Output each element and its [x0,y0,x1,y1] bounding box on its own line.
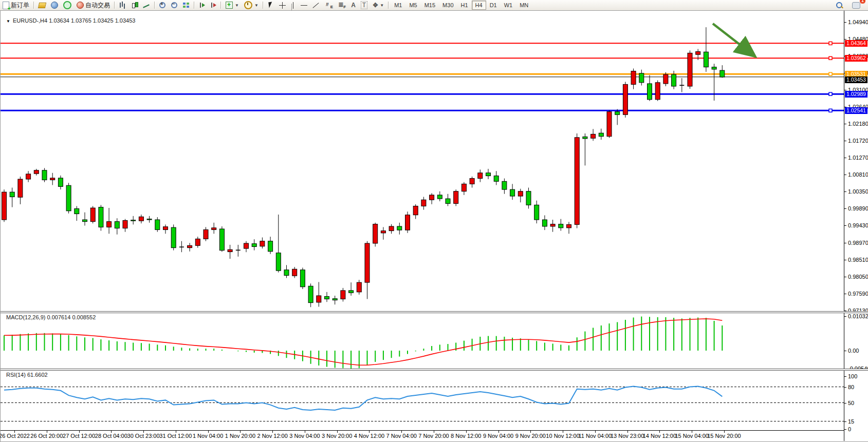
candle-21[interactable] [171,224,176,250]
candle-68[interactable] [550,220,555,232]
notifications-button[interactable]: 1 [849,1,863,10]
candle-52[interactable] [421,197,426,209]
price-chart-pane[interactable]: ▼EURUSD-,H4 1.03634 1.03765 1.03425 1.03… [1,13,844,311]
time-axis[interactable]: 26 Oct 202226 Oct 20:0027 Oct 12:0028 Oc… [1,430,868,441]
channel-tool-button[interactable]: 〃E [322,1,336,10]
candle-14[interactable] [115,218,119,235]
candle-42[interactable] [341,288,345,302]
candle-30[interactable] [244,241,249,253]
trendline-tool-button[interactable] [310,1,322,10]
cursor-tool-button[interactable] [265,1,276,10]
line-handle[interactable] [829,109,832,112]
styler-button[interactable] [36,1,48,10]
rsi-indicator-pane[interactable]: RSI(14) 61.6602 [1,370,844,430]
candle-22[interactable] [179,241,184,253]
timeframe-button-mn[interactable]: MN [516,1,532,10]
timeframe-button-m30[interactable]: M30 [439,1,457,10]
candle-26[interactable] [212,223,216,234]
candle-60[interactable] [486,169,491,179]
candle-77[interactable] [623,82,627,118]
candle-47[interactable] [381,227,385,239]
candle-56[interactable] [454,189,458,206]
add-indicator-button[interactable]: ▼ [223,1,242,10]
candle-27[interactable] [219,226,224,252]
candle-34[interactable] [276,215,281,273]
rsi-chart-canvas[interactable] [1,370,844,430]
candle-37[interactable] [300,267,305,289]
candle-8[interactable] [66,183,71,214]
tile-windows-button[interactable] [180,1,192,10]
candle-0[interactable] [2,189,7,222]
candle-19[interactable] [155,217,160,232]
candle-29[interactable] [236,245,241,257]
macd-indicator-pane[interactable]: MACD(12,26,9) 0.007614 0.008552 [1,313,844,369]
collapse-triangle-icon[interactable]: ▼ [6,19,10,24]
line-handle[interactable] [829,72,832,75]
price-axis[interactable]: 1.049401.044801.040201.035601.031001.026… [844,11,868,441]
candle-28[interactable] [228,245,232,259]
timeframe-button-w1[interactable]: W1 [501,1,516,10]
search-button[interactable] [834,1,845,10]
candle-87[interactable] [704,27,708,72]
text-label-tool-button[interactable]: T [358,1,370,10]
candle-9[interactable] [75,206,79,221]
candle-50[interactable] [405,212,410,233]
candle-53[interactable] [430,193,434,204]
candle-15[interactable] [123,219,127,232]
candle-38[interactable] [308,283,313,307]
new-order-button[interactable]: 新订单 [0,1,32,10]
candle-57[interactable] [461,182,466,195]
line-handle[interactable] [829,42,832,45]
candle-62[interactable] [502,179,507,194]
candle-76[interactable] [615,109,620,125]
candle-10[interactable] [83,213,87,226]
text-tool-button[interactable]: A [348,1,358,10]
trend-arrow-annotation[interactable] [713,24,752,54]
candle-33[interactable] [268,237,273,254]
candle-17[interactable] [139,215,143,223]
candle-69[interactable] [559,219,563,231]
candle-72[interactable] [583,133,587,165]
candle-58[interactable] [470,177,474,188]
line-chart-button[interactable] [140,1,153,10]
candle-35[interactable] [284,265,289,278]
candle-79[interactable] [639,70,644,86]
candle-2[interactable] [18,177,23,204]
candle-64[interactable] [518,189,523,203]
candle-88[interactable] [712,64,716,101]
candle-45[interactable] [365,241,370,299]
fibonacci-tool-button[interactable]: ≣F [336,1,348,10]
candle-18[interactable] [147,216,152,223]
candle-78[interactable] [631,69,636,89]
candle-31[interactable] [252,239,256,251]
vertical-line-tool-button[interactable] [288,1,298,10]
candle-25[interactable] [204,227,208,241]
candle-23[interactable] [188,243,192,252]
auto-trading-button[interactable]: 自动交易 [74,1,113,10]
candle-71[interactable] [575,133,579,228]
candle-1[interactable] [10,188,14,207]
candle-6[interactable] [50,173,55,185]
zoom-in-button[interactable] [157,1,169,10]
candle-55[interactable] [446,194,450,206]
profile-button[interactable] [48,1,61,10]
candle-32[interactable] [260,237,265,248]
candle-20[interactable] [163,224,168,234]
candle-44[interactable] [357,280,361,295]
timeframe-button-m15[interactable]: M15 [421,1,439,10]
candle-54[interactable] [437,191,442,201]
candle-11[interactable] [90,206,95,223]
candle-13[interactable] [107,208,112,234]
candle-46[interactable] [373,223,378,247]
candle-75[interactable] [607,110,612,138]
candle-89[interactable] [720,65,725,78]
timeframe-button-m5[interactable]: M5 [405,1,420,10]
signal-button[interactable] [61,1,74,10]
candle-66[interactable] [534,201,539,224]
line-handle[interactable] [829,56,832,60]
candle-24[interactable] [195,237,200,248]
candle-84[interactable] [679,78,684,92]
candle-7[interactable] [58,176,63,189]
candle-65[interactable] [526,188,531,209]
bar-chart-button[interactable] [117,1,128,10]
